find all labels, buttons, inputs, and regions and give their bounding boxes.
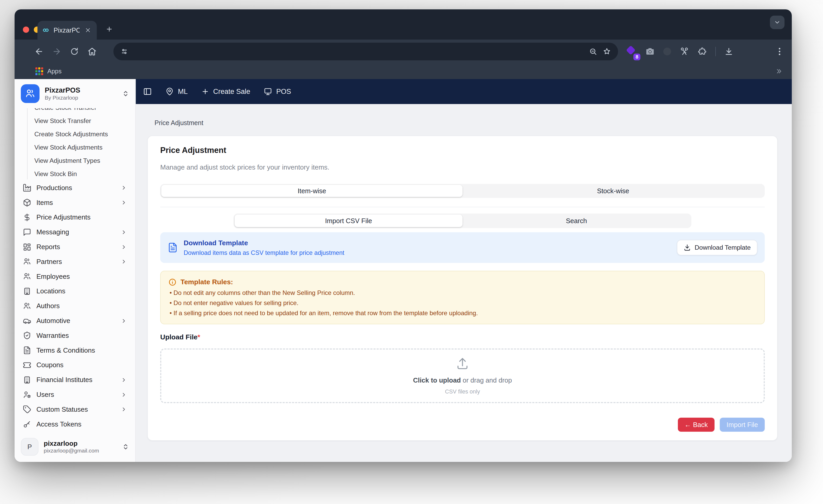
template-rule: • Do not edit any columns other than the… — [169, 290, 757, 296]
browser-menu-icon[interactable] — [777, 46, 783, 57]
building-icon — [23, 287, 31, 296]
sidebar-item-reports[interactable]: Reports — [19, 239, 131, 255]
bookmarks-overflow-icon[interactable] — [775, 67, 783, 75]
sidebar-item-productions[interactable]: Productions — [19, 180, 131, 195]
downloads-icon[interactable] — [724, 47, 733, 56]
file-text-icon — [23, 346, 31, 354]
pixzarpos-app: PixzarPOS By Pixzarloop Create Stock Tra… — [15, 79, 792, 462]
create-sale-button[interactable]: Create Sale — [201, 88, 251, 96]
page-content: Price Adjustment Price Adjustment Manage… — [136, 104, 792, 462]
chevron-right-icon — [121, 377, 127, 383]
csv-dropzone[interactable]: Click to upload or drag and drop CSV fil… — [160, 348, 765, 403]
sidebar: PixzarPOS By Pixzarloop Create Stock Tra… — [15, 79, 136, 462]
bookmarks-apps-label[interactable]: Apps — [47, 67, 62, 75]
bookmark-star-icon[interactable] — [603, 47, 611, 56]
avatar: P — [21, 438, 38, 456]
tab-stock-wise[interactable]: Stock-wise — [463, 185, 764, 197]
plus-icon — [201, 88, 209, 96]
purple-extension-icon[interactable]: 8 — [626, 46, 637, 57]
sidebar-item-create-stock-adjustments[interactable]: Create Stock Adjustments — [19, 128, 131, 141]
message-icon — [23, 228, 31, 236]
tag-icon — [23, 405, 31, 413]
sidebar-item-authors[interactable]: Authors — [19, 299, 131, 313]
puzzle-extensions-icon[interactable] — [698, 47, 707, 56]
dropzone-cta: Click to upload or drag and drop — [413, 376, 512, 384]
forward-icon[interactable] — [48, 43, 65, 60]
bookmarks-bar: Apps — [15, 63, 792, 79]
sidebar-item-custom-statuses[interactable]: Custom Statuses — [19, 402, 131, 417]
price-adjustment-card: Price Adjustment Manage and adjust stock… — [147, 136, 778, 441]
user-email: pixzarloop@gmail.com — [44, 447, 99, 454]
template-rules-title: Template Rules: — [180, 278, 233, 286]
sidebar-item-view-adjustment-types[interactable]: View Adjustment Types — [19, 154, 131, 167]
sidebar-item-partners[interactable]: Partners — [19, 255, 131, 269]
chevron-right-icon — [121, 392, 127, 398]
sidebar-item-view-stock-adjustments[interactable]: View Stock Adjustments — [19, 141, 131, 154]
extensions-area: 8 — [626, 46, 783, 57]
back-button[interactable]: ← Back — [678, 417, 715, 432]
info-icon — [169, 278, 176, 286]
org-byline: By Pixzarloop — [45, 95, 80, 101]
browser-window: PixzarPOS — [15, 9, 792, 462]
import-file-button[interactable]: Import File — [720, 417, 765, 432]
chevrons-up-down-icon — [122, 444, 129, 450]
tab-search-button[interactable] — [770, 16, 785, 29]
sidebar-item-users[interactable]: Users — [19, 387, 131, 402]
org-switcher[interactable]: PixzarPOS By Pixzarloop — [15, 79, 135, 108]
required-asterisk: * — [197, 333, 200, 341]
tab-import-csv[interactable]: Import CSV File — [234, 214, 463, 227]
tune-icon[interactable] — [120, 47, 129, 56]
pos-button[interactable]: POS — [264, 88, 291, 96]
disabled-extension-icon[interactable] — [663, 47, 671, 55]
user-menu[interactable]: P pixzarloop pixzarloop@gmail.com — [15, 432, 135, 462]
sidebar-item-terms-conditions[interactable]: Terms & Conditions — [19, 343, 131, 358]
sidebar-item-coupons[interactable]: Coupons — [19, 358, 131, 373]
org-name: PixzarPOS — [45, 86, 80, 95]
sidebar-item-locations[interactable]: Locations — [19, 284, 131, 299]
chevron-right-icon — [121, 244, 127, 250]
chevron-right-icon — [121, 318, 127, 324]
chevrons-up-down-icon — [122, 90, 129, 97]
tab-item-wise[interactable]: Item-wise — [161, 185, 463, 197]
sidebar-item-price-adjustments[interactable]: Price Adjustments — [19, 210, 131, 225]
password-keys-extension-icon[interactable] — [679, 46, 689, 56]
sidebar-item-view-stock-bin[interactable]: View Stock Bin — [19, 167, 131, 180]
tab-search[interactable]: Search — [463, 214, 690, 227]
sidebar-item-create-stock-transfer[interactable]: Create Stock Transfer — [19, 108, 131, 114]
sidebar-item-automotive[interactable]: Automotive — [19, 313, 131, 328]
sidebar-item-warranties[interactable]: Warranties — [19, 328, 131, 343]
upload-file-label: Upload File* — [160, 333, 765, 341]
location-selector[interactable]: ML — [165, 88, 188, 96]
address-bar[interactable] — [114, 43, 618, 60]
package-icon — [23, 198, 31, 207]
back-icon[interactable] — [30, 43, 48, 60]
camera-extension-icon[interactable] — [645, 46, 655, 56]
reload-icon[interactable] — [65, 43, 83, 60]
download-template-title: Download Template — [184, 239, 344, 247]
key-icon — [23, 420, 31, 428]
zoom-out-icon[interactable] — [589, 47, 597, 56]
sidebar-item-view-stock-transfer[interactable]: View Stock Transfer — [19, 114, 131, 128]
sidebar-toggle-icon[interactable] — [143, 87, 152, 96]
sidebar-item-items[interactable]: Items — [19, 195, 131, 210]
toolbar-divider — [715, 47, 716, 56]
sidebar-item-messaging[interactable]: Messaging — [19, 225, 131, 239]
browser-tab[interactable]: PixzarPOS — [37, 21, 97, 39]
close-window-button[interactable] — [23, 26, 29, 33]
download-template-button[interactable]: Download Template — [677, 240, 758, 256]
tab-close-icon[interactable] — [84, 26, 92, 34]
app-top-bar: ML Create Sale POS — [136, 79, 792, 104]
chevron-right-icon — [121, 406, 127, 412]
ticket-icon — [23, 361, 31, 369]
sidebar-item-employees[interactable]: Employees — [19, 269, 131, 284]
tab-title: PixzarPOS — [53, 26, 79, 34]
sidebar-item-financial-institutes[interactable]: Financial Institutes — [19, 372, 131, 387]
chevron-right-icon — [121, 229, 127, 235]
sidebar-item-access-tokens[interactable]: Access Tokens — [19, 417, 131, 432]
new-tab-button[interactable] — [103, 23, 116, 35]
upload-icon — [456, 357, 469, 370]
home-icon[interactable] — [83, 43, 101, 60]
tab-strip: PixzarPOS — [15, 9, 792, 39]
dashboard-icon — [23, 243, 31, 251]
chevron-right-icon — [121, 259, 127, 265]
